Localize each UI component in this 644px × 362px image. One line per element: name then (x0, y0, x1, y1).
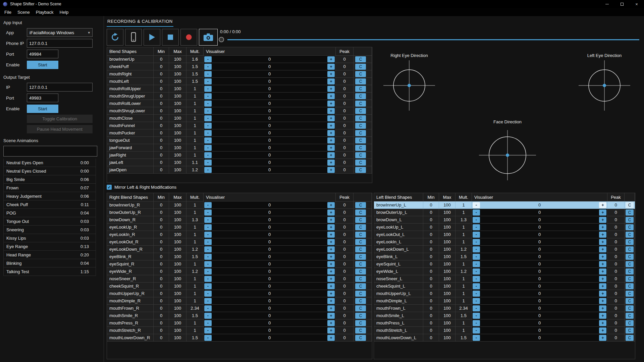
increase-button[interactable]: + (327, 254, 335, 260)
increase-button[interactable]: + (327, 261, 335, 267)
mult-value[interactable]: 1 (186, 122, 204, 129)
max-value[interactable]: 100 (169, 93, 186, 100)
blend-shape-row[interactable]: mouthShrugLower 0 100 1 - 0 + 0 C (107, 107, 372, 115)
mult-value[interactable]: 1 (455, 275, 472, 283)
decrease-button[interactable]: - (473, 246, 480, 252)
calibrate-button[interactable]: C (626, 320, 634, 326)
mult-value[interactable]: 1 (186, 115, 204, 122)
decrease-button[interactable]: - (204, 167, 212, 173)
calibrate-button[interactable]: C (626, 298, 634, 304)
increase-button[interactable]: + (327, 239, 335, 245)
animation-list-item[interactable]: Kissy Lips 0:03 (3, 234, 96, 242)
min-value[interactable]: 0 (423, 305, 439, 312)
calibrate-button[interactable]: C (355, 64, 366, 70)
min-value[interactable]: 0 (154, 283, 169, 290)
output-port-input[interactable] (27, 94, 58, 102)
decrease-button[interactable]: - (473, 305, 480, 311)
app-select[interactable]: iFacialMocap Windows ▾ (27, 28, 93, 37)
blend-shape-row[interactable]: jawForward 0 100 1 - 0 + 0 C (107, 144, 372, 152)
min-value[interactable]: 0 (423, 334, 439, 342)
mirror-checkbox[interactable]: ✓ (107, 185, 112, 190)
mult-value[interactable]: 1 (186, 93, 204, 100)
max-value[interactable]: 100 (169, 137, 186, 144)
calibrate-button[interactable]: C (626, 283, 634, 289)
decrease-button[interactable]: - (204, 101, 212, 107)
menu-file[interactable]: File (1, 10, 14, 15)
min-value[interactable]: 0 (423, 231, 439, 238)
max-value[interactable]: 100 (169, 100, 186, 107)
blend-shape-row[interactable]: jawLeft 0 100 1.1 - 0 + 0 C (107, 159, 372, 166)
max-value[interactable]: 100 (169, 231, 186, 238)
mult-value[interactable]: 1 (186, 297, 204, 305)
max-value[interactable]: 100 (439, 305, 455, 312)
blend-shape-row[interactable]: noseSneer_R 0 100 1 - 0 + 0 C (107, 275, 372, 283)
decrease-button[interactable]: - (473, 291, 480, 297)
max-value[interactable]: 100 (439, 283, 455, 290)
min-value[interactable]: 0 (423, 209, 439, 216)
max-value[interactable]: 100 (439, 319, 455, 327)
min-value[interactable]: 0 (154, 78, 169, 85)
decrease-button[interactable]: - (204, 276, 212, 282)
min-value[interactable]: 0 (154, 137, 169, 144)
max-value[interactable]: 100 (439, 260, 455, 268)
max-value[interactable]: 100 (439, 209, 455, 216)
increase-button[interactable]: + (599, 254, 606, 260)
mult-value[interactable]: 1 (455, 201, 472, 209)
mult-value[interactable]: 1.2 (455, 246, 472, 253)
blend-shape-row[interactable]: mouthClose 0 100 1 - 0 + 0 C (107, 115, 372, 122)
calibrate-button[interactable]: C (626, 209, 634, 216)
max-value[interactable]: 100 (169, 78, 186, 85)
menu-playback[interactable]: Playback (33, 10, 57, 15)
min-value[interactable]: 0 (154, 201, 169, 209)
increase-button[interactable]: + (327, 145, 335, 151)
increase-button[interactable]: + (327, 123, 335, 129)
mult-value[interactable]: 1 (186, 260, 204, 268)
max-value[interactable]: 100 (169, 312, 186, 319)
record-button[interactable] (180, 29, 197, 46)
blend-shape-row[interactable]: mouthPress_L 0 100 1 - 0 + 0 C (374, 319, 635, 327)
min-value[interactable]: 0 (154, 305, 169, 312)
decrease-button[interactable]: - (204, 335, 212, 341)
mult-value[interactable]: 1.5 (186, 63, 204, 70)
calibrate-button[interactable]: C (355, 101, 366, 107)
min-value[interactable]: 0 (423, 290, 439, 297)
increase-button[interactable]: + (327, 78, 335, 84)
increase-button[interactable]: + (327, 71, 335, 77)
decrease-button[interactable]: - (204, 152, 212, 158)
animation-list-item[interactable]: Blinking 0:04 (3, 259, 96, 267)
calibrate-button[interactable]: C (626, 276, 634, 282)
min-value[interactable]: 0 (423, 246, 439, 253)
min-value[interactable]: 0 (154, 268, 169, 275)
decrease-button[interactable]: - (204, 217, 212, 223)
calibrate-button[interactable]: C (355, 93, 366, 99)
menu-help[interactable]: Help (57, 10, 72, 15)
animation-list-item[interactable]: Cheek Puff 0:11 (3, 200, 96, 209)
blend-shape-row[interactable]: eyeBlink_R 0 100 1.5 - 0 + 0 C (107, 253, 372, 260)
calibrate-button[interactable]: C (355, 276, 366, 282)
calibrate-button[interactable]: C (626, 217, 634, 223)
animation-list-item[interactable]: Talking Test 1:15 (3, 267, 96, 276)
mult-value[interactable]: 1.2 (186, 246, 204, 253)
decrease-button[interactable]: - (473, 261, 480, 267)
mult-value[interactable]: 1 (186, 129, 204, 137)
mult-value[interactable]: 1 (186, 209, 204, 216)
decrease-button[interactable]: - (473, 254, 480, 260)
decrease-button[interactable]: - (204, 246, 212, 252)
min-value[interactable]: 0 (154, 275, 169, 283)
max-value[interactable]: 100 (169, 268, 186, 275)
mult-value[interactable]: 1 (186, 319, 204, 327)
blend-shape-row[interactable]: mouthUpperUp_L 0 100 1 - 0 + 0 C (374, 290, 635, 297)
min-value[interactable]: 0 (154, 260, 169, 268)
calibrate-button[interactable]: C (355, 56, 366, 62)
min-value[interactable]: 0 (154, 122, 169, 129)
min-value[interactable]: 0 (423, 327, 439, 334)
calibrate-button[interactable]: C (355, 320, 366, 326)
mult-value[interactable]: 1 (186, 107, 204, 115)
blend-shape-row[interactable]: mouthSmile_R 0 100 1.5 - 0 + 0 C (107, 312, 372, 319)
min-value[interactable]: 0 (154, 159, 169, 166)
calibrate-button[interactable]: C (355, 283, 366, 289)
increase-button[interactable]: + (599, 298, 606, 304)
increase-button[interactable]: + (599, 276, 606, 282)
minimize-button[interactable] (600, 0, 614, 8)
decrease-button[interactable]: - (204, 283, 212, 289)
